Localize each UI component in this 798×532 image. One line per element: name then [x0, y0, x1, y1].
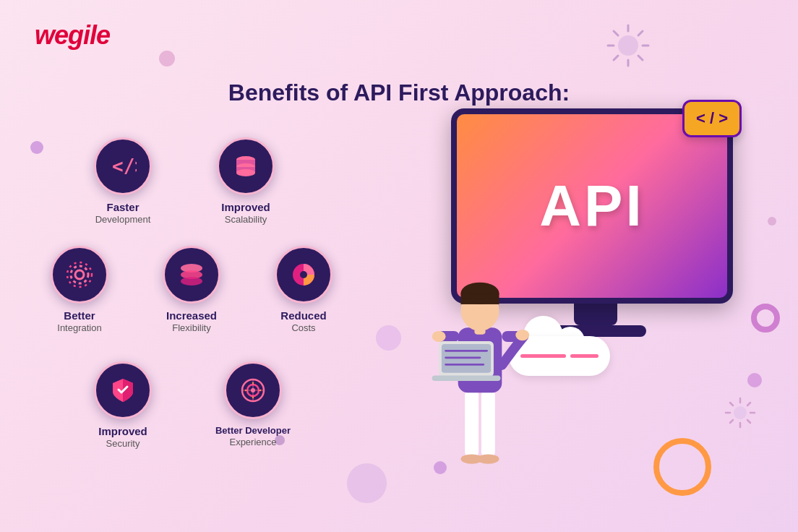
svg-rect-35	[465, 389, 479, 458]
benefit-security-sub: Security	[106, 438, 140, 449]
svg-point-25	[71, 266, 88, 283]
developer-icon	[239, 377, 267, 404]
svg-rect-43	[460, 293, 499, 304]
deco-dot-7	[347, 463, 387, 503]
benefit-faster-sub: Development	[95, 214, 151, 225]
logo: wegile	[35, 20, 110, 51]
benefit-flexibility: Increased Flexibility	[148, 246, 235, 333]
benefit-costs-sub: Costs	[291, 322, 315, 333]
database-icon	[232, 153, 259, 180]
benefit-faster: </> Faster Development	[80, 137, 166, 225]
svg-point-31	[300, 271, 307, 278]
svg-point-38	[477, 454, 499, 463]
benefit-faster-title: Faster	[106, 201, 139, 214]
benefit-integration-title: Better	[64, 309, 95, 322]
sunburst-decoration	[603, 20, 653, 71]
svg-rect-36	[481, 389, 495, 458]
api-text: API	[539, 173, 644, 239]
benefit-security-title: Improved	[98, 425, 147, 438]
deco-dot-1	[30, 141, 43, 154]
benefit-scalability-title: Improved	[221, 201, 270, 214]
benefit-faster-circle: </>	[94, 137, 152, 195]
svg-point-29	[181, 277, 202, 286]
benefit-costs-title: Reduced	[280, 309, 326, 322]
cloud-line-2	[570, 354, 598, 358]
illustration-area: API < / >	[408, 94, 784, 506]
benefit-integration-circle	[51, 246, 108, 304]
svg-line-7	[614, 56, 618, 60]
svg-line-6	[638, 31, 643, 35]
person-illustration	[415, 239, 545, 499]
benefit-developer: Better Developer Experience	[202, 361, 304, 447]
svg-point-34	[251, 388, 255, 392]
svg-point-24	[75, 270, 84, 279]
benefit-scalability-sub: Scalability	[225, 214, 267, 225]
benefit-flexibility-circle	[163, 246, 220, 304]
benefit-scalability: Improved Scalability	[202, 137, 289, 225]
logo-text: wegile	[35, 20, 110, 50]
pie-icon	[290, 261, 317, 288]
svg-point-8	[618, 35, 638, 56]
svg-point-23	[236, 169, 255, 176]
benefit-costs: Reduced Costs	[260, 246, 347, 333]
benefit-developer-title: Better Developer	[215, 425, 291, 437]
benefit-scalability-circle	[217, 137, 275, 195]
benefit-flexibility-sub: Flexibility	[172, 322, 210, 333]
deco-dot-2	[159, 51, 175, 66]
benefit-costs-circle	[275, 246, 332, 304]
svg-point-46	[432, 331, 446, 342]
benefit-security-circle	[94, 361, 152, 419]
benefit-security: Improved Security	[80, 361, 166, 449]
svg-text:</>: </>	[112, 155, 137, 177]
svg-line-5	[638, 56, 643, 60]
benefit-integration: Better Integration	[36, 246, 123, 333]
gear-icon	[66, 261, 93, 288]
code-tag-badge: < / >	[682, 100, 742, 137]
deco-dot-8	[376, 325, 401, 351]
layers-icon	[178, 261, 205, 288]
benefit-integration-sub: Integration	[57, 322, 101, 333]
benefit-developer-sub: Experience	[229, 437, 276, 447]
shield-icon	[109, 377, 137, 404]
benefit-flexibility-title: Increased	[166, 309, 217, 322]
svg-line-4	[614, 31, 618, 35]
benefit-developer-circle	[224, 361, 282, 419]
svg-rect-52	[432, 375, 501, 381]
svg-point-53	[515, 330, 529, 340]
code-icon: </>	[109, 153, 137, 180]
